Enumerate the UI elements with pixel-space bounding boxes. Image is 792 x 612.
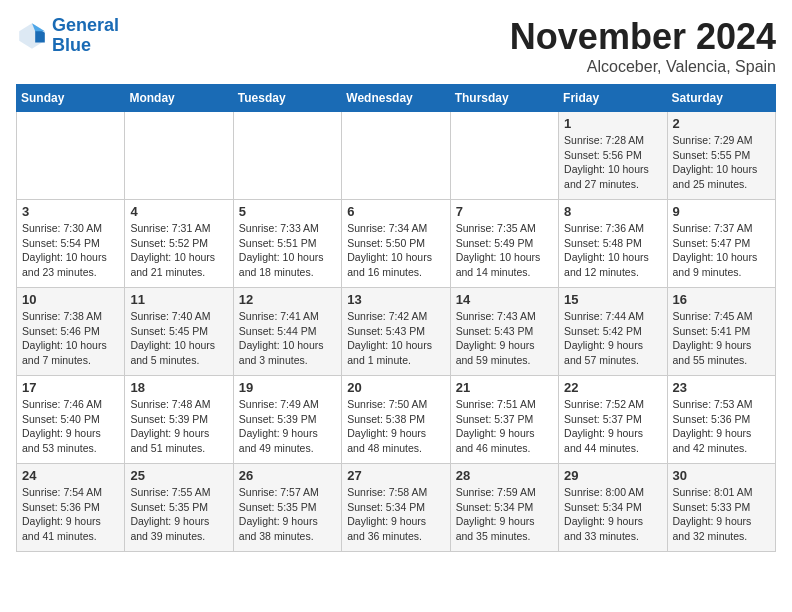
- day-number: 10: [22, 292, 119, 307]
- day-info: Sunrise: 7:40 AM Sunset: 5:45 PM Dayligh…: [130, 309, 227, 368]
- day-info: Sunrise: 7:37 AM Sunset: 5:47 PM Dayligh…: [673, 221, 770, 280]
- calendar-cell: 12Sunrise: 7:41 AM Sunset: 5:44 PM Dayli…: [233, 288, 341, 376]
- logo-line1: General: [52, 15, 119, 35]
- day-info: Sunrise: 7:46 AM Sunset: 5:40 PM Dayligh…: [22, 397, 119, 456]
- calendar-week-row: 1Sunrise: 7:28 AM Sunset: 5:56 PM Daylig…: [17, 112, 776, 200]
- day-number: 7: [456, 204, 553, 219]
- calendar-cell: 4Sunrise: 7:31 AM Sunset: 5:52 PM Daylig…: [125, 200, 233, 288]
- day-number: 16: [673, 292, 770, 307]
- calendar-cell: 27Sunrise: 7:58 AM Sunset: 5:34 PM Dayli…: [342, 464, 450, 552]
- calendar-cell: [233, 112, 341, 200]
- calendar-cell: 20Sunrise: 7:50 AM Sunset: 5:38 PM Dayli…: [342, 376, 450, 464]
- day-info: Sunrise: 7:41 AM Sunset: 5:44 PM Dayligh…: [239, 309, 336, 368]
- weekday-header-row: SundayMondayTuesdayWednesdayThursdayFrid…: [17, 85, 776, 112]
- day-number: 11: [130, 292, 227, 307]
- day-number: 1: [564, 116, 661, 131]
- day-info: Sunrise: 7:34 AM Sunset: 5:50 PM Dayligh…: [347, 221, 444, 280]
- calendar-cell: 16Sunrise: 7:45 AM Sunset: 5:41 PM Dayli…: [667, 288, 775, 376]
- day-info: Sunrise: 7:45 AM Sunset: 5:41 PM Dayligh…: [673, 309, 770, 368]
- weekday-header: Monday: [125, 85, 233, 112]
- day-number: 9: [673, 204, 770, 219]
- day-number: 29: [564, 468, 661, 483]
- calendar-cell: [17, 112, 125, 200]
- day-number: 26: [239, 468, 336, 483]
- day-info: Sunrise: 7:30 AM Sunset: 5:54 PM Dayligh…: [22, 221, 119, 280]
- day-number: 20: [347, 380, 444, 395]
- weekday-header: Thursday: [450, 85, 558, 112]
- day-info: Sunrise: 7:31 AM Sunset: 5:52 PM Dayligh…: [130, 221, 227, 280]
- calendar-cell: 22Sunrise: 7:52 AM Sunset: 5:37 PM Dayli…: [559, 376, 667, 464]
- calendar-cell: 5Sunrise: 7:33 AM Sunset: 5:51 PM Daylig…: [233, 200, 341, 288]
- day-info: Sunrise: 7:35 AM Sunset: 5:49 PM Dayligh…: [456, 221, 553, 280]
- day-info: Sunrise: 7:53 AM Sunset: 5:36 PM Dayligh…: [673, 397, 770, 456]
- weekday-header: Tuesday: [233, 85, 341, 112]
- calendar-week-row: 10Sunrise: 7:38 AM Sunset: 5:46 PM Dayli…: [17, 288, 776, 376]
- logo-text: General Blue: [52, 16, 119, 56]
- calendar-cell: 28Sunrise: 7:59 AM Sunset: 5:34 PM Dayli…: [450, 464, 558, 552]
- day-number: 3: [22, 204, 119, 219]
- calendar-cell: 7Sunrise: 7:35 AM Sunset: 5:49 PM Daylig…: [450, 200, 558, 288]
- day-info: Sunrise: 7:48 AM Sunset: 5:39 PM Dayligh…: [130, 397, 227, 456]
- day-info: Sunrise: 7:51 AM Sunset: 5:37 PM Dayligh…: [456, 397, 553, 456]
- calendar-cell: 21Sunrise: 7:51 AM Sunset: 5:37 PM Dayli…: [450, 376, 558, 464]
- day-number: 28: [456, 468, 553, 483]
- location: Alcoceber, Valencia, Spain: [510, 58, 776, 76]
- day-number: 13: [347, 292, 444, 307]
- day-number: 30: [673, 468, 770, 483]
- day-number: 8: [564, 204, 661, 219]
- calendar-cell: 15Sunrise: 7:44 AM Sunset: 5:42 PM Dayli…: [559, 288, 667, 376]
- day-number: 19: [239, 380, 336, 395]
- logo-icon: [16, 20, 48, 52]
- calendar-cell: 23Sunrise: 7:53 AM Sunset: 5:36 PM Dayli…: [667, 376, 775, 464]
- day-number: 15: [564, 292, 661, 307]
- weekday-header: Sunday: [17, 85, 125, 112]
- calendar-week-row: 24Sunrise: 7:54 AM Sunset: 5:36 PM Dayli…: [17, 464, 776, 552]
- calendar-cell: 29Sunrise: 8:00 AM Sunset: 5:34 PM Dayli…: [559, 464, 667, 552]
- day-info: Sunrise: 7:49 AM Sunset: 5:39 PM Dayligh…: [239, 397, 336, 456]
- calendar-week-row: 17Sunrise: 7:46 AM Sunset: 5:40 PM Dayli…: [17, 376, 776, 464]
- calendar-cell: [125, 112, 233, 200]
- weekday-header: Friday: [559, 85, 667, 112]
- calendar-cell: [450, 112, 558, 200]
- day-info: Sunrise: 7:54 AM Sunset: 5:36 PM Dayligh…: [22, 485, 119, 544]
- day-number: 24: [22, 468, 119, 483]
- weekday-header: Wednesday: [342, 85, 450, 112]
- calendar-cell: 8Sunrise: 7:36 AM Sunset: 5:48 PM Daylig…: [559, 200, 667, 288]
- day-info: Sunrise: 7:52 AM Sunset: 5:37 PM Dayligh…: [564, 397, 661, 456]
- day-info: Sunrise: 7:28 AM Sunset: 5:56 PM Dayligh…: [564, 133, 661, 192]
- day-number: 22: [564, 380, 661, 395]
- day-info: Sunrise: 7:38 AM Sunset: 5:46 PM Dayligh…: [22, 309, 119, 368]
- month-title: November 2024: [510, 16, 776, 58]
- day-number: 17: [22, 380, 119, 395]
- day-number: 6: [347, 204, 444, 219]
- day-info: Sunrise: 7:33 AM Sunset: 5:51 PM Dayligh…: [239, 221, 336, 280]
- day-number: 27: [347, 468, 444, 483]
- calendar-cell: 18Sunrise: 7:48 AM Sunset: 5:39 PM Dayli…: [125, 376, 233, 464]
- logo-line2: Blue: [52, 35, 91, 55]
- day-info: Sunrise: 7:29 AM Sunset: 5:55 PM Dayligh…: [673, 133, 770, 192]
- day-number: 25: [130, 468, 227, 483]
- day-info: Sunrise: 7:57 AM Sunset: 5:35 PM Dayligh…: [239, 485, 336, 544]
- day-info: Sunrise: 7:55 AM Sunset: 5:35 PM Dayligh…: [130, 485, 227, 544]
- day-number: 4: [130, 204, 227, 219]
- day-info: Sunrise: 7:50 AM Sunset: 5:38 PM Dayligh…: [347, 397, 444, 456]
- day-info: Sunrise: 8:00 AM Sunset: 5:34 PM Dayligh…: [564, 485, 661, 544]
- day-number: 21: [456, 380, 553, 395]
- calendar-cell: 11Sunrise: 7:40 AM Sunset: 5:45 PM Dayli…: [125, 288, 233, 376]
- day-number: 2: [673, 116, 770, 131]
- calendar-cell: 24Sunrise: 7:54 AM Sunset: 5:36 PM Dayli…: [17, 464, 125, 552]
- calendar-cell: 19Sunrise: 7:49 AM Sunset: 5:39 PM Dayli…: [233, 376, 341, 464]
- calendar-cell: 3Sunrise: 7:30 AM Sunset: 5:54 PM Daylig…: [17, 200, 125, 288]
- calendar-cell: 26Sunrise: 7:57 AM Sunset: 5:35 PM Dayli…: [233, 464, 341, 552]
- day-info: Sunrise: 7:42 AM Sunset: 5:43 PM Dayligh…: [347, 309, 444, 368]
- calendar-cell: 1Sunrise: 7:28 AM Sunset: 5:56 PM Daylig…: [559, 112, 667, 200]
- day-info: Sunrise: 7:43 AM Sunset: 5:43 PM Dayligh…: [456, 309, 553, 368]
- day-number: 14: [456, 292, 553, 307]
- calendar-cell: 2Sunrise: 7:29 AM Sunset: 5:55 PM Daylig…: [667, 112, 775, 200]
- day-number: 18: [130, 380, 227, 395]
- calendar-cell: 13Sunrise: 7:42 AM Sunset: 5:43 PM Dayli…: [342, 288, 450, 376]
- title-area: November 2024 Alcoceber, Valencia, Spain: [510, 16, 776, 76]
- page-header: General Blue November 2024 Alcoceber, Va…: [16, 16, 776, 76]
- calendar-table: SundayMondayTuesdayWednesdayThursdayFrid…: [16, 84, 776, 552]
- calendar-cell: 6Sunrise: 7:34 AM Sunset: 5:50 PM Daylig…: [342, 200, 450, 288]
